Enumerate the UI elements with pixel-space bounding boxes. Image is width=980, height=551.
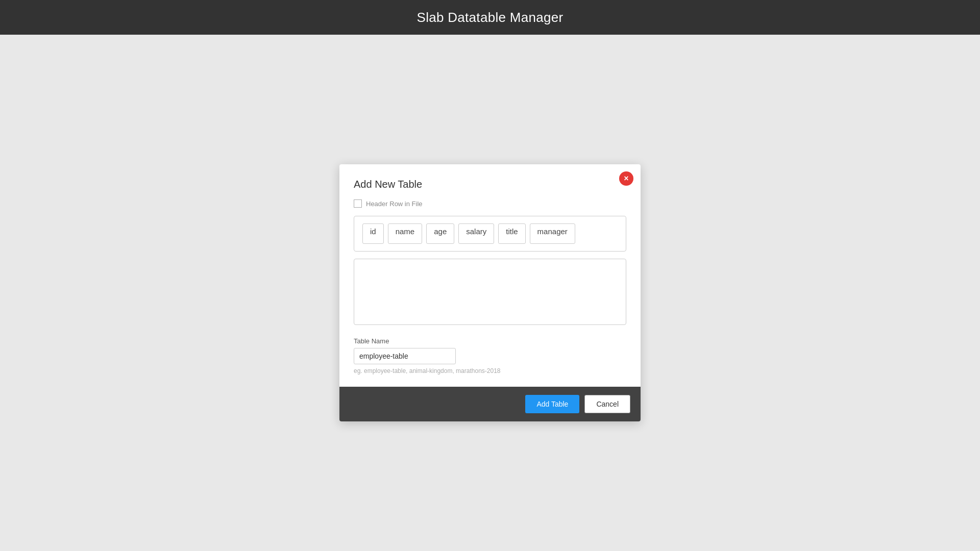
topbar: Slab Datatable Manager: [0, 0, 980, 35]
header-row-label: Header Row in File: [366, 200, 423, 208]
close-button[interactable]: ×: [619, 171, 633, 186]
modal-footer: Add Table Cancel: [339, 387, 641, 421]
app-title: Slab Datatable Manager: [416, 10, 563, 26]
column-tag: age: [426, 223, 454, 244]
column-tag: id: [362, 223, 384, 244]
columns-container: idnameagesalarytitlemanager: [354, 216, 626, 252]
modal-body: Add New Table Header Row in File idnamea…: [339, 164, 641, 387]
header-row-area: Header Row in File: [354, 199, 626, 208]
table-name-label: Table Name: [354, 337, 626, 345]
add-table-button[interactable]: Add Table: [525, 395, 579, 413]
page-content: × Add New Table Header Row in File idnam…: [0, 35, 980, 551]
column-tag: name: [388, 223, 423, 244]
cancel-button[interactable]: Cancel: [584, 395, 630, 413]
column-tag: manager: [530, 223, 575, 244]
column-tag: title: [498, 223, 525, 244]
header-row-checkbox[interactable]: [354, 199, 362, 208]
table-name-input[interactable]: [354, 348, 456, 364]
modal-title: Add New Table: [354, 179, 626, 190]
add-table-modal: × Add New Table Header Row in File idnam…: [339, 164, 641, 421]
column-tag: salary: [458, 223, 494, 244]
table-name-hint: eg. employee-table, animal-kingdom, mara…: [354, 367, 626, 374]
data-textarea[interactable]: [354, 259, 626, 325]
